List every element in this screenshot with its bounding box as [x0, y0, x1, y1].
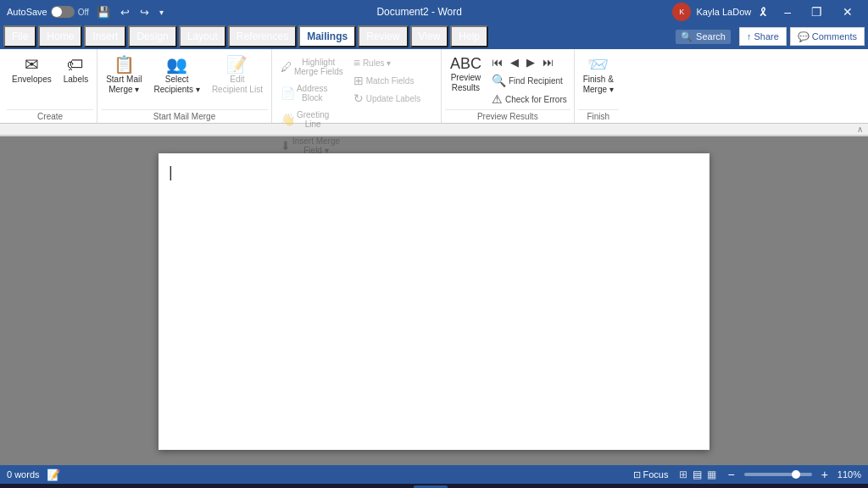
print-view-btn[interactable]: ▤: [691, 469, 704, 480]
customize-quick-access-btn[interactable]: ▾: [157, 6, 166, 19]
title-bar: AutoSave Off 💾 ↩ ↪ ▾ Document2 - Word K …: [0, 0, 868, 24]
check-errors-label: Check for Errors: [505, 95, 567, 104]
focus-icon: ⊡: [633, 469, 641, 480]
autosave-area: AutoSave Off: [7, 6, 89, 18]
zoom-in-btn[interactable]: +: [819, 468, 831, 481]
zoom-percent: 110%: [837, 469, 861, 480]
comments-btn[interactable]: 💬 Comments: [790, 27, 865, 46]
menu-design[interactable]: Design: [128, 25, 176, 47]
start-button[interactable]: [3, 484, 37, 488]
share-label: Share: [754, 31, 778, 42]
start-mail-merge-items: 📋 Start MailMerge ▾ 👥 SelectRecipients ▾…: [101, 53, 268, 109]
update-labels-icon: ↻: [353, 92, 364, 105]
address-block-label: AddressBlock: [297, 84, 328, 103]
nav-buttons: ⏮ ◀ ▶ ⏭: [488, 54, 570, 70]
autosave-toggle[interactable]: [51, 6, 75, 18]
menu-help[interactable]: Help: [450, 25, 488, 47]
menu-review[interactable]: Review: [358, 25, 408, 47]
ribbon-group-finish: 📨 Finish &Merge ▾ Finish: [575, 49, 622, 123]
ribbon-icon[interactable]: 🎗: [758, 6, 769, 19]
finish-items: 📨 Finish &Merge ▾: [578, 53, 619, 109]
highlight-icon: 🖊: [281, 60, 292, 74]
first-record-btn[interactable]: ⏮: [488, 54, 506, 70]
focus-btn[interactable]: ⊡ Focus: [631, 469, 671, 480]
last-record-btn[interactable]: ⏭: [539, 54, 557, 70]
minimize-btn[interactable]: –: [776, 0, 799, 24]
search-area[interactable]: 🔍 Search: [676, 30, 731, 44]
finish-merge-btn[interactable]: 📨 Finish &Merge ▾: [578, 53, 619, 98]
share-icon: ↑: [747, 31, 752, 42]
read-view-btn[interactable]: ▦: [705, 469, 718, 480]
write-insert-items: 🖊 HighlightMerge Fields 📄 AddressBlock 👋…: [275, 53, 437, 158]
user-name: Kayla LaDow: [696, 7, 751, 17]
select-recipients-icon: 👥: [166, 56, 187, 73]
labels-icon: 🏷: [67, 56, 84, 73]
user-info[interactable]: K Kayla LaDow: [672, 3, 751, 21]
menu-home[interactable]: Home: [38, 25, 82, 47]
prev-record-btn[interactable]: ◀: [507, 54, 522, 70]
update-labels-label: Update Labels: [366, 94, 421, 103]
preview-label: PreviewResults: [451, 73, 481, 93]
search-icon: 🔍: [681, 31, 693, 42]
menu-bar: File Home Insert Design Layout Reference…: [0, 24, 868, 49]
menu-references[interactable]: References: [228, 25, 297, 47]
menu-view[interactable]: View: [410, 25, 449, 47]
preview-nav-col: ⏮ ◀ ▶ ⏭ 🔍 Find Recipient ⚠ Check for Err…: [488, 53, 570, 108]
greeting-label: GreetingLine: [297, 110, 329, 129]
match-fields-icon: ⊞: [353, 74, 364, 87]
highlight-merge-fields-btn: 🖊 HighlightMerge Fields: [275, 54, 348, 80]
zoom-out-btn[interactable]: −: [725, 468, 737, 481]
share-btn[interactable]: ↑ Share: [739, 27, 787, 46]
ribbon-group-write-insert: 🖊 HighlightMerge Fields 📄 AddressBlock 👋…: [272, 49, 442, 123]
rules-label: Rules ▾: [363, 58, 391, 68]
address-block-icon: 📄: [281, 86, 295, 100]
labels-btn[interactable]: 🏷 Labels: [58, 53, 93, 88]
envelopes-icon: ✉: [25, 56, 39, 73]
redo-btn[interactable]: ↪: [137, 4, 152, 20]
finish-merge-icon: 📨: [587, 56, 609, 73]
create-group-label: Create: [7, 109, 93, 123]
save-quick-btn[interactable]: 💾: [94, 4, 113, 20]
ribbon-group-preview: ABC PreviewResults ⏮ ◀ ▶ ⏭ 🔍 Find Recipi…: [442, 49, 575, 123]
comments-label: Comments: [812, 31, 857, 42]
menu-insert[interactable]: Insert: [84, 25, 126, 47]
menu-file[interactable]: File: [3, 25, 36, 47]
match-fields-label: Match Fields: [366, 76, 415, 86]
autosave-state: Off: [78, 8, 89, 17]
next-record-btn[interactable]: ▶: [523, 54, 538, 70]
find-recipient-btn[interactable]: 🔍 Find Recipient: [488, 72, 570, 89]
ribbon: File Home Insert Design Layout Reference…: [0, 24, 868, 136]
start-mail-merge-btn[interactable]: 📋 Start MailMerge ▾: [101, 53, 147, 98]
rules-icon: ≡: [353, 56, 360, 69]
insert-merge-label: Insert MergeField ▾: [292, 136, 340, 155]
ribbon-group-start-mail-merge: 📋 Start MailMerge ▾ 👥 SelectRecipients ▾…: [97, 49, 272, 123]
zoom-thumb: [792, 470, 800, 479]
write-insert-small-col: ≡ Rules ▾ ⊞ Match Fields ↻ Update Labels: [350, 53, 425, 107]
search-label: Search: [696, 31, 726, 42]
start-mail-merge-icon: 📋: [114, 56, 135, 73]
close-btn[interactable]: ✕: [834, 0, 861, 24]
preview-items: ABC PreviewResults ⏮ ◀ ▶ ⏭ 🔍 Find Recipi…: [445, 53, 570, 109]
web-view-btn[interactable]: ⊞: [677, 469, 689, 480]
undo-btn[interactable]: ↩: [118, 4, 132, 20]
select-recipients-label: SelectRecipients ▾: [153, 75, 199, 95]
taskbar: 🔍 Type here to search 🎤 ⊞ e 📁 🛍 ⊙ ⊠ W ^ …: [0, 484, 868, 488]
find-recipient-label: Find Recipient: [509, 76, 563, 86]
greeting-icon: 👋: [281, 113, 295, 126]
ribbon-content: ✉ Envelopes 🏷 Labels Create 📋 Start Mail…: [0, 49, 868, 124]
ribbon-group-create: ✉ Envelopes 🏷 Labels Create: [3, 49, 97, 123]
restore-btn[interactable]: ❐: [803, 0, 831, 24]
check-errors-btn[interactable]: ⚠ Check for Errors: [488, 91, 570, 108]
menu-mailings[interactable]: Mailings: [298, 25, 356, 47]
preview-results-btn[interactable]: ABC PreviewResults: [445, 53, 487, 97]
document-page[interactable]: |: [159, 153, 709, 450]
envelopes-btn[interactable]: ✉ Envelopes: [7, 53, 57, 88]
ribbon-collapse-btn[interactable]: ∧: [857, 125, 863, 134]
finish-group-label: Finish: [578, 109, 619, 123]
menu-layout[interactable]: Layout: [179, 25, 226, 47]
create-items: ✉ Envelopes 🏷 Labels: [7, 53, 93, 109]
write-insert-large-col: 🖊 HighlightMerge Fields 📄 AddressBlock 👋…: [275, 53, 348, 158]
zoom-slider[interactable]: [744, 473, 812, 476]
select-recipients-btn[interactable]: 👥 SelectRecipients ▾: [148, 53, 204, 98]
edit-recipient-list-label: EditRecipient List: [212, 75, 263, 95]
